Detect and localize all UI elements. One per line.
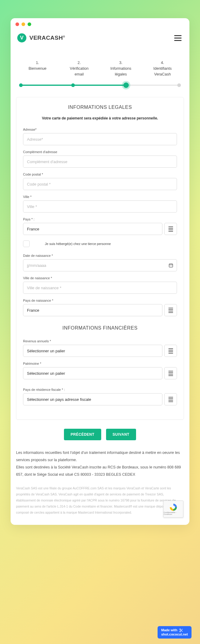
step-4: 4. Identifiants VeraCash [142, 60, 184, 77]
residence-fiscale-select[interactable] [23, 393, 162, 405]
pays-naissance-label: Pays de naissance * [23, 299, 177, 302]
calendar-icon[interactable] [168, 263, 173, 268]
svg-point-5 [180, 631, 181, 632]
recaptcha-badge[interactable]: Confidentialité - Conditions [163, 501, 183, 518]
recaptcha-icon [169, 503, 178, 512]
dob-label: Date de naissance * [23, 254, 177, 257]
pays-select[interactable] [23, 223, 162, 235]
svg-rect-0 [169, 264, 173, 267]
pays-label: Pays * : [23, 217, 177, 221]
progress-dot-3-active [123, 82, 129, 88]
list-icon [168, 348, 173, 354]
progress-dot-1 [19, 83, 23, 87]
form-card: INFORMATIONS LEGALES Votre carte de paie… [16, 97, 184, 420]
code-postal-label: Code postal * [23, 173, 177, 176]
form-buttons: PRÉCÉDENT SUIVANT [11, 429, 189, 440]
residence-fiscale-dropdown-button[interactable] [164, 393, 177, 405]
info-text: Les informations recueillies font l'obje… [11, 449, 189, 478]
complement-label: Complément d'adresse [23, 150, 177, 154]
step-2: 2. Vérification email [58, 60, 100, 77]
step-1: 1. Bienvenue [17, 60, 58, 77]
ville-label: Ville * [23, 195, 177, 199]
hamburger-menu-icon[interactable] [173, 34, 183, 42]
progress-dot-2 [71, 83, 75, 87]
window-titlebar [11, 18, 189, 28]
section-title-financial: INFORMATIONS FINANCIÈRES [23, 325, 177, 331]
residence-fiscale-label: Pays de résidence fiscale * : [23, 388, 177, 391]
close-window-button[interactable] [15, 22, 19, 26]
progress-bar [11, 77, 189, 88]
brand-name: VERACASH® [29, 35, 65, 41]
svg-point-4 [180, 629, 181, 630]
brand-icon: V [17, 33, 26, 42]
pays-dropdown-button[interactable] [164, 223, 177, 235]
section-title-legal: INFORMATIONS LEGALES [23, 105, 177, 110]
pays-naissance-dropdown-button[interactable] [164, 304, 177, 316]
previous-button[interactable]: PRÉCÉDENT [64, 429, 101, 440]
dob-input[interactable] [23, 259, 177, 271]
pays-naissance-select[interactable] [23, 304, 162, 316]
maximize-window-button[interactable] [28, 22, 31, 26]
ville-input[interactable] [23, 200, 177, 213]
heberge-checkbox[interactable] [23, 240, 30, 247]
step-3: 3. Informations légales [100, 60, 142, 77]
list-icon [168, 226, 173, 232]
complement-input[interactable] [23, 156, 177, 168]
minimize-window-button[interactable] [22, 22, 25, 26]
code-postal-input[interactable] [23, 178, 177, 190]
revenus-dropdown-button[interactable] [164, 345, 177, 357]
list-icon [168, 308, 173, 313]
legal-footer: VeraCash SAS est une filiale du groupe A… [11, 485, 189, 516]
next-button[interactable]: SUIVANT [106, 429, 136, 440]
patrimoine-label: Patrimoine * [23, 362, 177, 365]
progress-dot-4 [177, 83, 181, 87]
made-with-badge[interactable]: Made with shot.cococut.net [158, 626, 192, 639]
progress-steps: 1. Bienvenue 2. Vérification email 3. In… [11, 48, 189, 77]
adresse-input[interactable] [23, 133, 177, 145]
list-icon [168, 397, 173, 402]
ville-naissance-input[interactable] [23, 282, 177, 294]
list-icon [168, 371, 173, 376]
adresse-label: Adresse* [23, 128, 177, 131]
page-header: V VERACASH® [11, 28, 189, 48]
heberge-label: Je suis hébergé(e) chez une tierce perso… [36, 242, 177, 246]
revenus-select[interactable] [23, 345, 162, 357]
shipping-notice: Votre carte de paiement sera expédiée à … [23, 116, 177, 120]
browser-window: V VERACASH® 1. Bienvenue 2. Vérification… [11, 18, 189, 525]
brand-logo[interactable]: V VERACASH® [17, 33, 65, 42]
patrimoine-select[interactable] [23, 367, 162, 379]
revenus-label: Revenus annuels * [23, 339, 177, 343]
scissors-icon [179, 628, 183, 632]
ville-naissance-label: Ville de naissance * [23, 276, 177, 280]
patrimoine-dropdown-button[interactable] [164, 367, 177, 379]
